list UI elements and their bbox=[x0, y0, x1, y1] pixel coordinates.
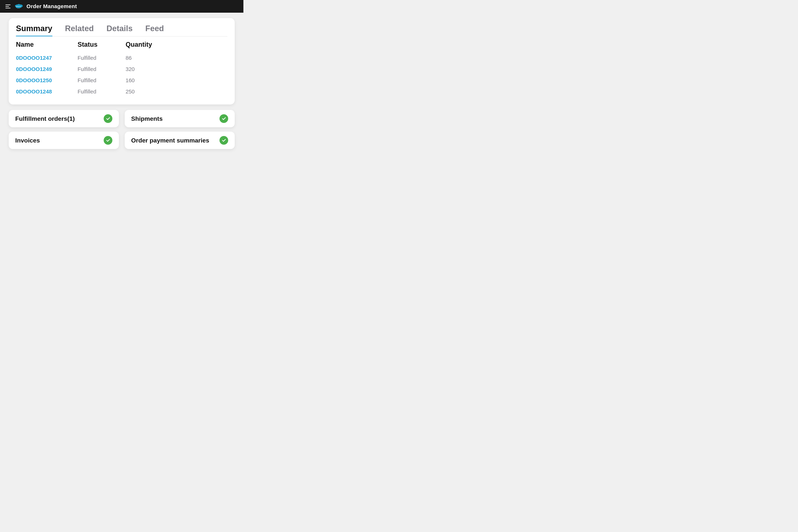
check-icon bbox=[104, 136, 112, 145]
tile-label: Invoices bbox=[15, 137, 40, 144]
order-link[interactable]: 0DOOOO1250 bbox=[16, 77, 77, 83]
order-status: Fulfilled bbox=[77, 55, 126, 61]
check-icon bbox=[219, 136, 228, 145]
table-row: 0DOOOO1250 Fulfilled 160 bbox=[16, 75, 228, 86]
order-link[interactable]: 0DOOOO1248 bbox=[16, 89, 77, 95]
hamburger-menu-icon[interactable] bbox=[5, 4, 11, 8]
tab-feed[interactable]: Feed bbox=[145, 24, 164, 36]
tile-label: Order payment summaries bbox=[131, 137, 209, 144]
tab-summary[interactable]: Summary bbox=[16, 24, 52, 36]
column-name: Name bbox=[16, 41, 77, 48]
table-header: Name Status Quantity bbox=[16, 41, 228, 48]
orders-table: Name Status Quantity 0DOOOO1247 Fulfille… bbox=[16, 41, 228, 97]
order-quantity: 86 bbox=[126, 55, 228, 61]
order-status: Fulfilled bbox=[77, 89, 126, 95]
app-header: salesforce Order Management bbox=[0, 0, 243, 13]
table-row: 0DOOOO1249 Fulfilled 320 bbox=[16, 63, 228, 75]
tile-invoices[interactable]: Invoices bbox=[9, 132, 119, 149]
summary-card: Summary Related Details Feed Name Status… bbox=[9, 18, 235, 104]
order-quantity: 160 bbox=[126, 77, 228, 83]
order-status: Fulfilled bbox=[77, 66, 126, 72]
column-status: Status bbox=[77, 41, 126, 48]
tab-bar: Summary Related Details Feed bbox=[16, 24, 228, 36]
tab-related[interactable]: Related bbox=[65, 24, 94, 36]
check-icon bbox=[219, 114, 228, 123]
column-quantity: Quantity bbox=[126, 41, 228, 48]
tile-label: Shipments bbox=[131, 115, 163, 122]
order-status: Fulfilled bbox=[77, 77, 126, 83]
order-link[interactable]: 0DOOOO1249 bbox=[16, 66, 77, 72]
tile-order-payment-summaries[interactable]: Order payment summaries bbox=[125, 132, 235, 149]
tile-shipments[interactable]: Shipments bbox=[125, 110, 235, 127]
tab-details[interactable]: Details bbox=[107, 24, 133, 36]
order-quantity: 250 bbox=[126, 89, 228, 95]
tile-label: Fulfillment orders(1) bbox=[15, 115, 75, 122]
order-link[interactable]: 0DOOOO1247 bbox=[16, 55, 77, 61]
page-title: Order Management bbox=[26, 3, 77, 10]
logo-text: salesforce bbox=[16, 6, 21, 7]
table-row: 0DOOOO1247 Fulfilled 86 bbox=[16, 52, 228, 63]
table-row: 0DOOOO1248 Fulfilled 250 bbox=[16, 86, 228, 97]
status-tiles: Fulfillment orders(1) Shipments Invoices… bbox=[9, 110, 235, 149]
salesforce-logo: salesforce bbox=[14, 3, 23, 9]
tile-fulfillment-orders[interactable]: Fulfillment orders(1) bbox=[9, 110, 119, 127]
order-quantity: 320 bbox=[126, 66, 228, 72]
check-icon bbox=[104, 114, 112, 123]
content-area: Summary Related Details Feed Name Status… bbox=[0, 13, 243, 154]
